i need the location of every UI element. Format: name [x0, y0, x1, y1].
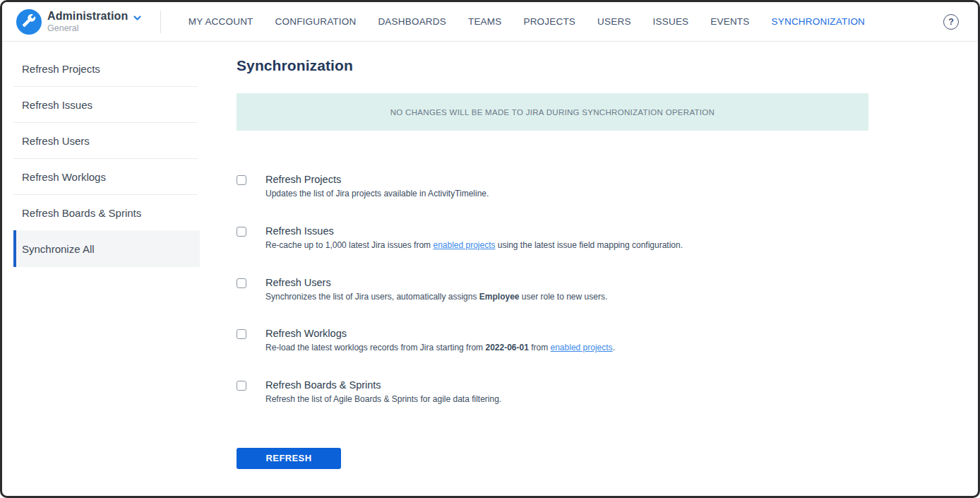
option-text-column: Refresh WorklogsRe-load the latest workl… [265, 328, 615, 354]
description-text: Synchronizes the list of Jira users, aut… [265, 292, 479, 302]
question-mark-icon: ? [948, 17, 954, 27]
wrench-icon [22, 13, 36, 30]
nav-item-my-account[interactable]: MY ACCOUNT [177, 9, 264, 34]
top-header: Administration General MY ACCOUNTCONFIGU… [2, 2, 978, 42]
sidebar-item-synchronize-all[interactable]: Synchronize All [13, 230, 200, 267]
sidebar: Refresh ProjectsRefresh IssuesRefresh Us… [2, 42, 200, 496]
nav-item-issues[interactable]: ISSUES [642, 9, 700, 34]
option-label: Refresh Boards & Sprints [265, 379, 501, 391]
option-label: Refresh Issues [265, 225, 683, 237]
option-text-column: Refresh ProjectsUpdates the list of Jira… [265, 174, 489, 200]
refresh-button[interactable]: REFRESH [237, 448, 341, 469]
option-description: Synchronizes the list of Jira users, aut… [265, 291, 607, 303]
description-text: using the latest issue field mapping con… [496, 240, 683, 250]
sidebar-item-refresh-boards-sprints[interactable]: Refresh Boards & Sprints [2, 195, 200, 230]
description-bold-text: Employee [479, 292, 520, 302]
option-text-column: Refresh Boards & SprintsRefresh the list… [265, 379, 501, 405]
description-text: user role to new users. [520, 292, 608, 302]
chevron-down-icon [133, 11, 141, 24]
option-row-refresh-projects: Refresh ProjectsUpdates the list of Jira… [237, 174, 978, 200]
option-description: Updates the list of Jira projects availa… [265, 188, 489, 200]
option-label: Refresh Projects [265, 174, 489, 185]
nav-item-teams[interactable]: TEAMS [457, 9, 513, 34]
description-text: Updates the list of Jira projects availa… [265, 189, 489, 198]
nav-item-configuration[interactable]: CONFIGURATION [264, 9, 367, 34]
option-description: Re-load the latest worklogs records from… [265, 342, 615, 354]
page-body: Refresh ProjectsRefresh IssuesRefresh Us… [2, 42, 978, 496]
info-banner-text: NO CHANGES WILL BE MADE TO JIRA DURING S… [390, 108, 715, 117]
description-text: . [613, 343, 615, 352]
nav-item-events[interactable]: EVENTS [700, 9, 760, 34]
option-row-refresh-worklogs: Refresh WorklogsRe-load the latest workl… [237, 328, 978, 354]
top-nav: MY ACCOUNTCONFIGURATIONDASHBOARDSTEAMSPR… [177, 9, 876, 34]
app-subtitle: General [47, 24, 141, 34]
description-text: Re-load the latest worklogs records from… [265, 343, 485, 352]
checkbox-column [237, 174, 265, 200]
sidebar-item-refresh-worklogs[interactable]: Refresh Worklogs [2, 159, 200, 194]
main-content: Synchronization NO CHANGES WILL BE MADE … [200, 42, 978, 496]
sidebar-item-refresh-issues[interactable]: Refresh Issues [2, 87, 200, 122]
refresh-worklogs-checkbox[interactable] [237, 329, 246, 339]
refresh-boards-sprints-checkbox[interactable] [237, 381, 246, 391]
description-text: Re-cache up to 1,000 latest Jira issues … [265, 240, 433, 250]
sidebar-item-refresh-projects[interactable]: Refresh Projects [2, 51, 200, 86]
sidebar-item-refresh-users[interactable]: Refresh Users [2, 123, 200, 158]
refresh-users-checkbox[interactable] [237, 278, 246, 288]
description-text: from [529, 343, 551, 352]
option-label: Refresh Worklogs [265, 328, 615, 339]
option-row-refresh-users: Refresh UsersSynchronizes the list of Ji… [237, 277, 978, 303]
enabled-projects-link[interactable]: enabled projects [433, 240, 495, 250]
info-banner: NO CHANGES WILL BE MADE TO JIRA DURING S… [237, 93, 868, 131]
page-title: Synchronization [237, 57, 978, 74]
nav-item-dashboards[interactable]: DASHBOARDS [367, 9, 458, 34]
checkbox-column [237, 277, 265, 303]
description-bold-text: 2022-06-01 [485, 343, 528, 352]
option-description: Re-cache up to 1,000 latest Jira issues … [265, 239, 683, 251]
refresh-projects-checkbox[interactable] [237, 175, 246, 185]
header-divider [160, 11, 161, 33]
sync-options-list: Refresh ProjectsUpdates the list of Jira… [237, 174, 978, 405]
nav-item-projects[interactable]: PROJECTS [513, 9, 587, 34]
app-title-block[interactable]: Administration General [47, 9, 141, 34]
refresh-issues-checkbox[interactable] [237, 227, 246, 237]
option-label: Refresh Users [265, 277, 607, 288]
option-description: Refresh the list of Agile Boards & Sprin… [265, 393, 501, 405]
app-logo[interactable] [16, 9, 42, 35]
checkbox-column [237, 328, 265, 354]
app-window: Administration General MY ACCOUNTCONFIGU… [0, 0, 980, 498]
checkbox-column [237, 225, 265, 251]
nav-item-synchronization[interactable]: SYNCHRONIZATION [760, 9, 876, 34]
option-text-column: Refresh IssuesRe-cache up to 1,000 lates… [265, 225, 683, 251]
description-text: Refresh the list of Agile Boards & Sprin… [265, 394, 501, 404]
app-title: Administration [47, 10, 128, 23]
option-row-refresh-boards-sprints: Refresh Boards & SprintsRefresh the list… [237, 379, 978, 405]
option-row-refresh-issues: Refresh IssuesRe-cache up to 1,000 lates… [237, 225, 978, 251]
checkbox-column [237, 379, 265, 405]
enabled-projects-link[interactable]: enabled projects [551, 343, 613, 352]
option-text-column: Refresh UsersSynchronizes the list of Ji… [265, 277, 607, 303]
nav-item-users[interactable]: USERS [587, 9, 643, 34]
help-button[interactable]: ? [943, 14, 959, 30]
